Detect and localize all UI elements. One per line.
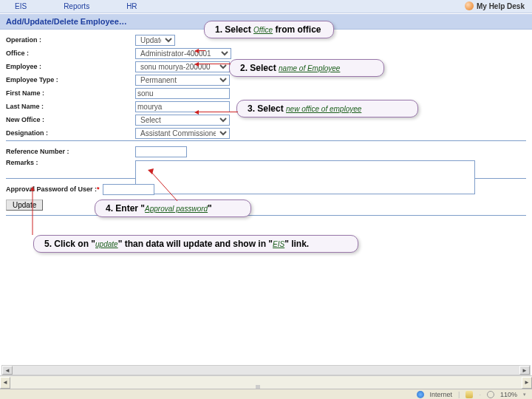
helpdesk-icon	[465, 1, 474, 10]
internet-zone-icon	[417, 391, 424, 398]
designation-label: Designation :	[6, 129, 135, 137]
helpdesk-label: My Help Desk	[477, 2, 525, 10]
operation-label: Operation :	[6, 36, 135, 44]
callout-4: 4. Enter "Approval password"	[95, 200, 251, 217]
newoffice-select[interactable]: Select	[135, 115, 230, 126]
menu-reports[interactable]: Reports	[64, 2, 126, 10]
operation-select[interactable]: Update	[135, 35, 175, 46]
scroll-left-icon[interactable]: ◄	[0, 377, 10, 389]
callout-3: 3. Select new office of employee	[236, 100, 418, 117]
firstname-input[interactable]	[135, 88, 230, 99]
zoom-level[interactable]: 110%	[500, 391, 517, 398]
menu-eis[interactable]: EIS	[15, 2, 64, 10]
arrow-icon	[197, 64, 231, 64]
zoom-icon[interactable]	[487, 391, 494, 398]
arrow-icon	[197, 50, 205, 51]
firstname-label: First Name :	[6, 89, 135, 97]
update-button[interactable]: Update	[6, 200, 43, 211]
protected-mode-icon	[466, 391, 473, 398]
divider	[6, 140, 526, 141]
scroll-left-icon[interactable]: ◄	[2, 366, 13, 375]
employee-select[interactable]: sonu mourya-200000	[135, 61, 230, 72]
menu-hr[interactable]: HR	[126, 2, 174, 10]
helpdesk-link[interactable]: My Help Desk	[465, 1, 525, 10]
horizontal-scrollbar[interactable]: ◄ ►	[1, 365, 531, 375]
lastname-label: Last Name :	[6, 103, 135, 110]
employee-label: Employee :	[6, 63, 135, 70]
emptype-select[interactable]: Permanent	[135, 75, 230, 86]
top-menu: EIS Reports HR	[0, 0, 532, 13]
approval-password-input[interactable]	[103, 184, 154, 195]
refnum-input[interactable]	[135, 146, 187, 157]
form-area: Operation : Update Office : Administrato…	[0, 30, 532, 216]
callout-1: 1. Select Office from office	[204, 21, 334, 38]
newoffice-label: New Office :	[6, 116, 135, 123]
scroll-right-icon[interactable]: ►	[519, 366, 530, 375]
password-label: Approval Password of User :*	[6, 185, 100, 193]
divider	[6, 215, 526, 216]
scroll-right-icon[interactable]: ►	[522, 377, 532, 389]
callout-2: 2. Select name of Employee	[229, 59, 384, 77]
internet-zone-label: Internet	[430, 391, 453, 398]
remarks-label: Remarks :	[6, 159, 135, 166]
emptype-label: Employee Type :	[6, 76, 135, 83]
arrow-icon	[197, 112, 238, 112]
lastname-input[interactable]	[135, 101, 230, 112]
refnum-label: Reference Number :	[6, 148, 135, 155]
browser-statusbar: Internet | · 110% ▾	[0, 389, 532, 399]
office-select[interactable]: Administrator-400001	[135, 48, 231, 59]
statusbar-scroll: ◄ ►	[0, 375, 532, 389]
remarks-textarea[interactable]	[135, 160, 475, 194]
office-label: Office :	[6, 50, 135, 57]
callout-5: 5. Click on "update" than data will upda…	[33, 235, 358, 253]
designation-select[interactable]: Assistant Commissioner	[135, 128, 230, 139]
